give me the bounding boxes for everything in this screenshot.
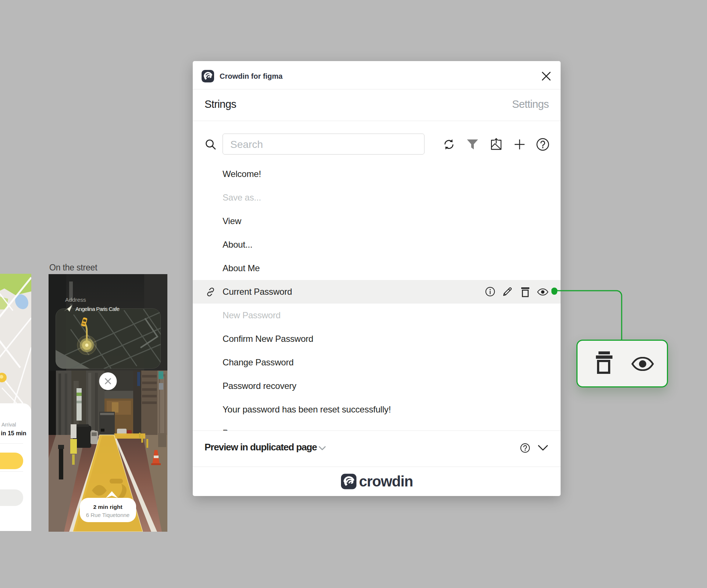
svg-text:Angelina Paris Cafe: Angelina Paris Cafe [75, 306, 120, 312]
svg-text:2 min right: 2 min right [93, 504, 122, 510]
svg-text:6 Rue Tiquetonne: 6 Rue Tiquetonne [86, 512, 129, 518]
svg-text:Address: Address [65, 297, 86, 303]
